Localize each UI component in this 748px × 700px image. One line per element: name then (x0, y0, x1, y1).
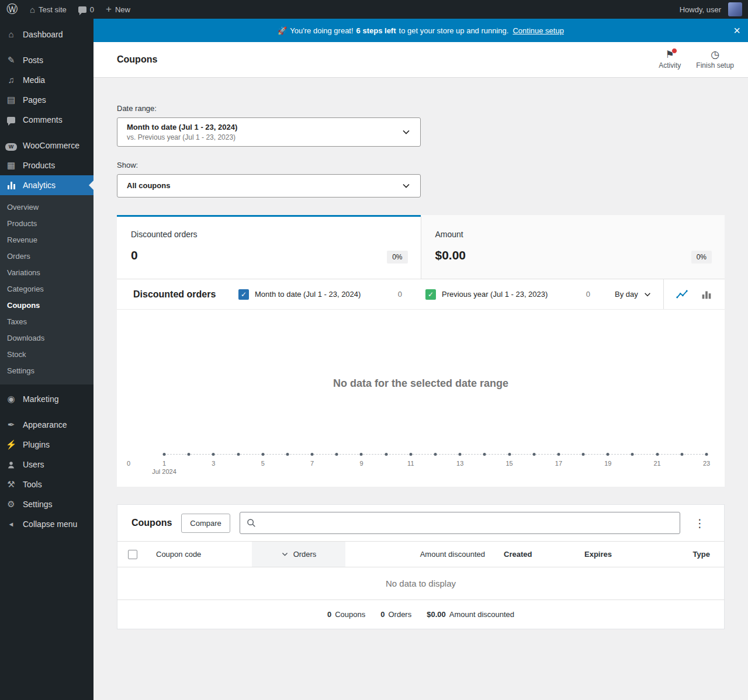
sidebar-item-analytics[interactable]: Analytics (0, 175, 94, 195)
legend-previous-period[interactable]: ✓ Previous year (Jul 1 - 23, 2023) 0 (425, 289, 600, 300)
table-summary: 0Coupons 0Orders $0.00Amount discounted (127, 610, 715, 619)
delta-badge: 0% (691, 251, 712, 264)
coupons-table-card: Coupons Compare ⋮ Coupon code (117, 504, 725, 629)
submenu-item-taxes[interactable]: Taxes (0, 314, 94, 330)
submenu-item-variations[interactable]: Variations (0, 265, 94, 281)
x-tick: 7 (310, 460, 314, 467)
compare-button[interactable]: Compare (181, 514, 230, 533)
submenu-item-orders[interactable]: Orders (0, 248, 94, 265)
chart-title: Discounted orders (133, 289, 238, 300)
column-amount-discounted[interactable]: Amount discounted (345, 542, 494, 567)
ellipsis-menu-icon[interactable]: ⋮ (690, 515, 710, 531)
sidebar-item-media[interactable]: ♫ Media (0, 70, 94, 90)
plus-icon: + (106, 4, 112, 15)
column-coupon-code[interactable]: Coupon code (147, 542, 252, 567)
sidebar-item-comments[interactable]: Comments (0, 110, 94, 130)
page-header: Coupons ⚑ Activity ◷ Finish setup (94, 42, 748, 77)
submenu-item-settings[interactable]: Settings (0, 363, 94, 379)
column-label: Orders (293, 550, 317, 559)
legend-label: Previous year (Jul 1 - 23, 2023) (442, 290, 548, 299)
activity-button[interactable]: ⚑ Activity (659, 50, 681, 70)
sidebar-item-appearance[interactable]: ✒ Appearance (0, 415, 94, 435)
submenu-item-products[interactable]: Products (0, 216, 94, 232)
submenu-item-categories[interactable]: Categories (0, 281, 94, 297)
bar-chart-button[interactable] (698, 286, 715, 303)
table-summary-row: 0Coupons 0Orders $0.00Amount discounted (117, 599, 724, 629)
sidebar-item-label: Analytics (23, 180, 56, 190)
sidebar-item-collapse-menu[interactable]: ◄ Collapse menu (0, 514, 94, 534)
close-icon[interactable]: × (733, 25, 740, 36)
tile-label: Amount (435, 230, 711, 239)
home-icon: ⌂ (30, 5, 35, 15)
sidebar-item-woocommerce[interactable]: W WooCommerce (0, 136, 94, 155)
admin-bar-new-button[interactable]: + New (100, 0, 136, 19)
admin-bar-comments[interactable]: 0 (72, 0, 100, 19)
show-select[interactable]: All coupons (117, 174, 421, 197)
sidebar-item-plugins[interactable]: ⚡ Plugins (0, 435, 94, 455)
finish-setup-button[interactable]: ◷ Finish setup (696, 50, 734, 70)
posts-icon: ✎ (5, 55, 18, 65)
sidebar-item-tools[interactable]: ⚒ Tools (0, 474, 94, 494)
column-expires: Expires (575, 542, 656, 567)
sidebar-item-label: Marketing (23, 394, 58, 404)
sidebar-item-dashboard[interactable]: ⌂ Dashboard (0, 25, 94, 44)
search-input[interactable] (240, 512, 680, 534)
sidebar-item-marketing[interactable]: ◉ Marketing (0, 389, 94, 409)
admin-bar-site-name[interactable]: ⌂ Test site (24, 0, 72, 19)
banner-lead-text: You're doing great! (290, 26, 353, 35)
select-all-checkbox[interactable] (128, 550, 137, 559)
checkbox-checked-icon[interactable]: ✓ (238, 289, 249, 300)
check-icon: ✓ (241, 290, 247, 299)
sidebar-item-settings[interactable]: ⚙ Settings (0, 494, 94, 514)
legend-current-period[interactable]: ✓ Month to date (Jul 1 - 23, 2024) 0 (238, 289, 411, 300)
x-tick-labels: 1 3 5 7 9 11 13 15 17 19 21 23 Jul 2024 (164, 460, 707, 483)
interval-select[interactable]: By day (615, 290, 652, 299)
menu-separator (0, 44, 94, 50)
page-title: Coupons (117, 54, 157, 65)
coupons-table: Coupon code Orders Amount discounted Cre… (117, 541, 724, 629)
summary-tile-amount[interactable]: Amount $0.00 0% (421, 215, 725, 279)
chart-empty-message: No data for the selected date range (117, 377, 725, 390)
wordpress-logo-icon[interactable]: Ⓦ (0, 0, 24, 19)
sidebar-item-label: Collapse menu (23, 519, 77, 529)
avatar (728, 2, 742, 16)
checkbox-checked-icon[interactable]: ✓ (425, 289, 436, 300)
column-label: Type (693, 550, 710, 559)
submenu-item-stock[interactable]: Stock (0, 346, 94, 363)
comments-count: 0 (90, 5, 94, 14)
submenu-item-overview[interactable]: Overview (0, 199, 94, 216)
sidebar-item-products[interactable]: ▦ Products (0, 155, 94, 175)
sidebar-item-label: Pages (23, 95, 46, 105)
continue-setup-link[interactable]: Continue setup (512, 26, 563, 35)
date-range-label: Date range: (117, 104, 725, 113)
table-header: Coupons Compare ⋮ (117, 505, 724, 541)
sidebar-item-users[interactable]: Users (0, 455, 94, 474)
submenu-item-coupons[interactable]: Coupons (0, 297, 94, 314)
sidebar-item-posts[interactable]: ✎ Posts (0, 50, 94, 70)
line-chart-button[interactable] (673, 286, 691, 303)
summary-tile-discounted-orders[interactable]: Discounted orders 0 0% (117, 215, 421, 279)
sidebar-item-label: Users (23, 459, 44, 470)
content-area: Date range: Month to date (Jul 1 - 23, 2… (94, 77, 748, 700)
date-range-select[interactable]: Month to date (Jul 1 - 23, 2024) vs. Pre… (117, 117, 421, 147)
analytics-submenu: Overview Products Revenue Orders Variati… (0, 195, 94, 384)
tile-label: Discounted orders (131, 230, 407, 239)
collapse-arrow-icon: ◄ (5, 519, 18, 529)
column-label: Coupon code (156, 550, 201, 559)
column-orders-sorted[interactable]: Orders (252, 542, 345, 567)
sidebar-item-label: Comments (23, 115, 63, 125)
y-axis-zero-label: 0 (127, 460, 130, 467)
settings-gear-icon: ⚙ (5, 499, 18, 510)
column-created: Created (494, 542, 575, 567)
x-tick: 13 (456, 460, 463, 467)
users-icon (5, 459, 18, 470)
delta-badge: 0% (387, 251, 407, 264)
admin-bar-account[interactable]: Howdy, user (674, 0, 748, 19)
submenu-item-revenue[interactable]: Revenue (0, 232, 94, 248)
submenu-item-downloads[interactable]: Downloads (0, 330, 94, 346)
comment-bubble-icon (78, 6, 86, 13)
x-tick: 17 (555, 460, 562, 467)
sidebar-item-pages[interactable]: ▤ Pages (0, 90, 94, 110)
chevron-down-icon (643, 290, 652, 299)
chart-plot: No data for the selected date range (117, 310, 725, 455)
